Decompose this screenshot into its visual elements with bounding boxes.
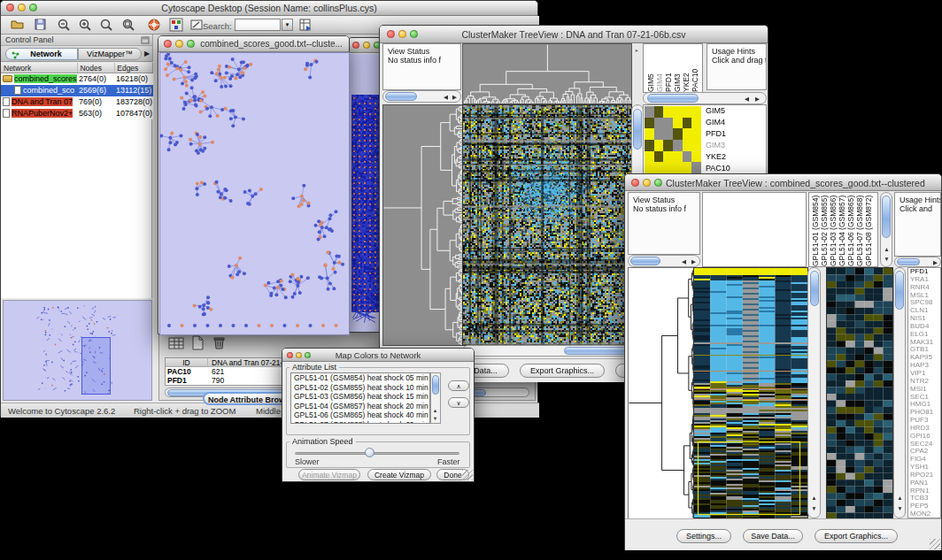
view-status-hscrollbar[interactable]: ◀ ▶ xyxy=(382,90,461,103)
scroll-thumb[interactable] xyxy=(432,375,439,395)
col-header-edges[interactable]: Edges xyxy=(115,63,152,73)
speed-slider-track[interactable] xyxy=(295,452,459,455)
network-row-combined-scores[interactable]: combined_scores 2764(0) 16218(0) xyxy=(1,73,153,85)
column-tree-panel[interactable] xyxy=(702,192,807,267)
float-panel-icon[interactable] xyxy=(141,36,150,44)
network2-title-bar[interactable] xyxy=(349,38,380,53)
search-input[interactable] xyxy=(235,19,281,31)
scroll-thumb[interactable] xyxy=(810,271,819,306)
network-row-rnapuber[interactable]: RNAPuberNov2+ 563(0) 107847(0) xyxy=(1,108,153,119)
scroll-up-arrow[interactable]: ▲ xyxy=(883,246,891,253)
main-title-bar[interactable]: Cytoscape Desktop (Session Name: collins… xyxy=(1,1,537,16)
scroll-down-arrow[interactable]: ▼ xyxy=(896,505,904,512)
tab-network[interactable]: Network xyxy=(5,48,78,60)
scroll-right-arrow[interactable]: ▶ xyxy=(753,96,761,103)
scroll-left-arrow[interactable]: ◀ xyxy=(680,258,688,265)
move-up-button[interactable]: ∧ xyxy=(448,380,469,391)
tab-vizmapper[interactable]: VizMapper™ xyxy=(78,48,142,60)
tab-overflow-button[interactable]: ▶ xyxy=(144,50,150,58)
heatmap-canvas[interactable] xyxy=(462,104,632,346)
open-file-icon[interactable] xyxy=(10,18,25,31)
attribute-list-item[interactable]: GPL51-01 (GSM854) heat shock 05 min xyxy=(294,373,429,383)
save-icon[interactable] xyxy=(34,18,47,31)
dialog-title-bar[interactable]: Map Colors to Network xyxy=(282,349,474,362)
usage-hints-hscrollbar[interactable]: ◀ ▶ xyxy=(643,92,767,104)
scroll-thumb[interactable] xyxy=(882,196,891,238)
network1-title-bar[interactable]: combined_scores_good.txt--cluste... xyxy=(158,36,349,52)
close-icon[interactable] xyxy=(352,42,359,49)
settings-button[interactable]: Settings... xyxy=(676,529,731,543)
scroll-thumb[interactable] xyxy=(895,271,904,310)
scroll-right-arrow[interactable]: ▶ xyxy=(451,94,459,101)
scroll-down-arrow[interactable]: ▼ xyxy=(810,505,818,512)
scroll-right-arrow[interactable]: ▶ xyxy=(931,259,939,266)
minimize-icon[interactable] xyxy=(363,42,370,49)
scroll-left-arrow[interactable]: ◀ xyxy=(743,96,751,103)
col-header-nodes[interactable]: Nodes xyxy=(78,63,115,73)
resize-grip[interactable] xyxy=(462,470,473,480)
zoom-matrix[interactable] xyxy=(645,106,701,173)
scroll-thumb[interactable] xyxy=(633,109,642,150)
divider-collapse-icon[interactable]: ▸ xyxy=(633,47,641,54)
network-list-body[interactable] xyxy=(1,119,152,298)
gene-labels-vscrollbar[interactable]: ▲ ▼ xyxy=(893,267,906,518)
view-status-hscrollbar[interactable]: ◀ ▶ xyxy=(628,255,700,267)
attribute-list-item[interactable]: GPL51-06 (GSM865) heat shock 40 min xyxy=(294,410,429,420)
row-dendrogram[interactable] xyxy=(382,104,463,346)
col-header-network[interactable]: Network xyxy=(1,63,78,73)
heatmap-hscrollbar[interactable] xyxy=(462,345,630,357)
annotation-icon[interactable] xyxy=(189,18,204,32)
scroll-thumb[interactable] xyxy=(385,92,417,101)
zoom-in-icon[interactable] xyxy=(78,18,92,32)
zoom-out-icon[interactable] xyxy=(57,18,71,32)
column-dendrogram[interactable] xyxy=(462,43,632,104)
table-mode-icon[interactable] xyxy=(168,336,184,350)
move-down-button[interactable]: ∨ xyxy=(448,397,469,408)
network-overview-thumbnail[interactable] xyxy=(3,300,152,401)
network-row-selected[interactable]: combined_sco 2569(6) 13112(15) xyxy=(1,85,153,96)
export-graphics-button[interactable]: Export Graphics... xyxy=(520,364,605,378)
speed-slider-thumb[interactable] xyxy=(365,448,374,457)
scroll-thumb[interactable] xyxy=(897,258,920,265)
attribute-list-vscrollbar[interactable]: ▲ ▼ xyxy=(430,372,441,424)
search-dropdown-button[interactable]: ▼ xyxy=(282,19,293,31)
attribute-list-item[interactable]: GPL51-02 (GSM855) heat shock 10 min xyxy=(294,383,429,393)
treeview-bottom-title-bar[interactable]: ClusterMaker TreeView : combined_scores_… xyxy=(625,174,941,191)
scroll-down-arrow[interactable]: ▼ xyxy=(883,256,891,263)
zoom-heatmap-canvas[interactable] xyxy=(826,267,893,520)
new-attribute-icon[interactable] xyxy=(191,335,205,350)
data-col-id[interactable]: ID xyxy=(166,358,208,366)
treeview-top-title-bar[interactable]: ClusterMaker TreeView : DNA and Tran 07-… xyxy=(380,26,768,43)
scroll-thumb[interactable] xyxy=(647,94,699,103)
network2-canvas[interactable] xyxy=(350,54,381,332)
scroll-up-arrow[interactable]: ▲ xyxy=(431,407,439,414)
row-dendrogram[interactable] xyxy=(628,267,694,520)
scroll-thumb[interactable] xyxy=(630,257,660,265)
create-vizmap-button[interactable]: Create Vizmap xyxy=(367,469,431,480)
scroll-down-arrow[interactable]: ▼ xyxy=(431,415,439,422)
heatmap-canvas[interactable] xyxy=(693,267,808,520)
gene-labels-list[interactable]: PFD1YRA1RNR4MSL1SPC98CLN1NIS1BUD4ELG1MAK… xyxy=(907,267,941,518)
attribute-list-item[interactable]: GPL51-07 (GSM868) heat shock 60 min xyxy=(294,420,429,425)
scroll-up-arrow[interactable]: ▲ xyxy=(810,495,818,502)
column-labels-vscrollbar[interactable]: ▲ ▼ xyxy=(880,192,892,267)
attribute-list-item[interactable]: GPL51-04 (GSM857) heat shock 20 min xyxy=(294,402,429,411)
scroll-right-arrow[interactable]: ▶ xyxy=(690,258,698,265)
delete-attribute-icon[interactable] xyxy=(212,335,226,350)
animate-vizmap-button[interactable]: Animate Vizmap xyxy=(298,469,360,480)
attribute-list-item[interactable]: GPL51-03 (GSM856) heat shock 15 min xyxy=(294,392,429,402)
network-overview-icon[interactable] xyxy=(169,18,183,32)
zoom-fit-icon[interactable] xyxy=(99,18,113,32)
import-table-icon[interactable] xyxy=(298,18,313,32)
export-graphics-button[interactable]: Export Graphics... xyxy=(815,529,898,543)
usage-hints-hscrollbar[interactable]: ▶ xyxy=(894,257,941,267)
gene-label[interactable]: MON2 xyxy=(910,510,940,518)
scroll-left-arrow[interactable]: ◀ xyxy=(442,94,450,101)
resize-grip[interactable] xyxy=(930,539,940,549)
zoom-selected-icon[interactable] xyxy=(121,18,135,32)
network1-canvas[interactable] xyxy=(159,52,350,335)
scroll-thumb[interactable] xyxy=(564,347,628,355)
attribute-listbox[interactable]: GPL51-01 (GSM854) heat shock 05 minGPL51… xyxy=(290,372,430,424)
help-ring-icon[interactable] xyxy=(147,18,161,32)
scroll-up-arrow[interactable]: ▲ xyxy=(896,495,904,502)
